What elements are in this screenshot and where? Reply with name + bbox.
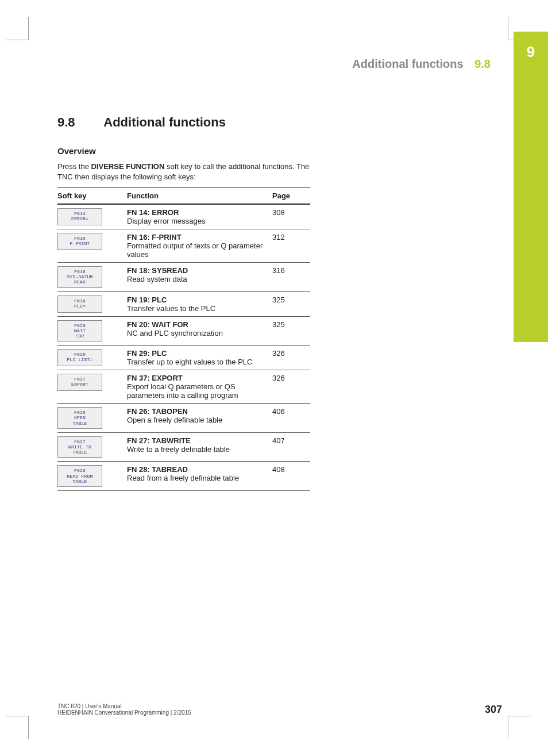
table-row: FN16F-PRINTFN 16: F-PRINTFormatted outpu… (57, 229, 310, 263)
running-head-title: Additional functions (352, 57, 463, 70)
function-cell: FN 26: TABOPENOpen a freely definable ta… (127, 404, 272, 433)
function-cell: FN 19: PLCTransfer values to the PLC (127, 291, 272, 316)
function-title: FN 16: F-PRINT (127, 233, 270, 241)
page-content: 9.8 Additional functions Overview Press … (57, 115, 310, 491)
table-row: FN29PLC LIST=FN 29: PLCTransfer up to ei… (57, 346, 310, 370)
softkey-cell: FN20WAITFOR (57, 316, 127, 346)
table-row: FN20WAITFORFN 20: WAIT FORNC and PLC syn… (57, 316, 310, 346)
page-footer: TNC 620 | User's Manual HEIDENHAIN Conve… (57, 703, 502, 716)
function-title: FN 28: TABREAD (127, 465, 270, 474)
footer-line1: TNC 620 | User's Manual (57, 703, 191, 709)
table-row: FN19PLC=FN 19: PLCTransfer values to the… (57, 291, 310, 316)
softkey-cell: FN29PLC LIST= (57, 346, 127, 370)
table-row: FN28READ FROMTABLEFN 28: TABREADRead fro… (57, 462, 310, 491)
running-head-section: 9.8 (474, 57, 491, 70)
page-cell: 325 (272, 316, 310, 346)
softkey-cell: FN27WRITE TOTABLE (57, 432, 127, 462)
function-title: FN 19: PLC (127, 296, 270, 304)
page-cell: 406 (272, 404, 310, 433)
function-cell: FN 18: SYSREADRead system data (127, 263, 272, 292)
function-desc: NC and PLC synchronization (127, 329, 270, 337)
function-cell: FN 29: PLCTransfer up to eight values to… (127, 346, 272, 370)
page-cell: 408 (272, 462, 310, 491)
footer-line2: HEIDENHAIN Conversational Programming | … (57, 709, 191, 716)
table-row: FN26OPENTABLEFN 26: TABOPENOpen a freely… (57, 404, 310, 433)
chapter-tab-number: 9 (514, 43, 548, 61)
softkey-icon: FN18SYS-DATUMREAD (57, 266, 102, 288)
table-row: FN37EXPORTFN 37: EXPORTExport local Q pa… (57, 370, 310, 404)
function-title: FN 27: TABWRITE (127, 436, 270, 445)
page-cell: 326 (272, 370, 310, 404)
section-title: Additional functions (103, 115, 226, 129)
function-cell: FN 14: ERRORDisplay error messages (127, 204, 272, 229)
softkey-cell: FN19PLC= (57, 291, 127, 316)
running-head: Additional functions 9.8 (352, 57, 491, 71)
table-header-row: Soft key Function Page (57, 188, 310, 205)
function-desc: Transfer up to eight values to the PLC (127, 358, 270, 366)
functions-table: Soft key Function Page FN14ERROR=FN 14: … (57, 187, 310, 491)
softkey-cell: FN37EXPORT (57, 370, 127, 404)
softkey-cell: FN18SYS-DATUMREAD (57, 263, 127, 292)
softkey-icon: FN16F-PRINT (57, 233, 102, 250)
intro-text-pre: Press the (57, 162, 91, 171)
table-row: FN18SYS-DATUMREADFN 18: SYSREADRead syst… (57, 263, 310, 292)
function-title: FN 14: ERROR (127, 208, 270, 217)
softkey-icon: FN26OPENTABLE (57, 407, 102, 429)
function-title: FN 20: WAIT FOR (127, 320, 270, 329)
function-desc: Display error messages (127, 217, 270, 225)
softkey-cell: FN26OPENTABLE (57, 404, 127, 433)
softkey-icon: FN20WAITFOR (57, 320, 102, 342)
softkey-icon: FN37EXPORT (57, 374, 102, 391)
page-cell: 316 (272, 263, 310, 292)
function-desc: Export local Q parameters or QS paramete… (127, 382, 270, 400)
function-desc: Transfer values to the PLC (127, 304, 270, 313)
section-heading: 9.8 Additional functions (57, 115, 310, 130)
table-row: FN27WRITE TOTABLEFN 27: TABWRITEWrite to… (57, 432, 310, 462)
table-row: FN14ERROR=FN 14: ERRORDisplay error mess… (57, 204, 310, 229)
crop-mark (6, 17, 29, 40)
function-title: FN 37: EXPORT (127, 374, 270, 382)
page-cell: 407 (272, 432, 310, 462)
function-desc: Write to a freely definable table (127, 445, 270, 454)
page-cell: 312 (272, 229, 310, 263)
page-cell: 326 (272, 346, 310, 370)
col-header-softkey: Soft key (57, 188, 127, 205)
softkey-icon: FN28READ FROMTABLE (57, 465, 102, 487)
function-cell: FN 27: TABWRITEWrite to a freely definab… (127, 432, 272, 462)
softkey-cell: FN14ERROR= (57, 204, 127, 229)
function-desc: Open a freely definable table (127, 416, 270, 424)
function-title: FN 18: SYSREAD (127, 266, 270, 275)
page-cell: 308 (272, 204, 310, 229)
softkey-icon: FN14ERROR= (57, 208, 102, 225)
softkey-icon: FN27WRITE TOTABLE (57, 436, 102, 458)
crop-mark (508, 716, 531, 739)
chapter-tab: 9 (514, 32, 548, 342)
page-cell: 325 (272, 291, 310, 316)
function-desc: Read from a freely definable table (127, 474, 270, 482)
softkey-icon: FN29PLC LIST= (57, 349, 102, 366)
intro-paragraph: Press the DIVERSE FUNCTION soft key to c… (57, 162, 310, 182)
col-header-page: Page (272, 188, 310, 205)
col-header-function: Function (127, 188, 272, 205)
function-cell: FN 28: TABREADRead from a freely definab… (127, 462, 272, 491)
intro-text-bold: DIVERSE FUNCTION (91, 162, 165, 171)
function-desc: Formatted output of texts or Q parameter… (127, 241, 270, 259)
softkey-cell: FN16F-PRINT (57, 229, 127, 263)
softkey-cell: FN28READ FROMTABLE (57, 462, 127, 491)
function-cell: FN 20: WAIT FORNC and PLC synchronizatio… (127, 316, 272, 346)
crop-mark (6, 716, 29, 739)
function-title: FN 29: PLC (127, 349, 270, 358)
function-cell: FN 16: F-PRINTFormatted output of texts … (127, 229, 272, 263)
footer-text: TNC 620 | User's Manual HEIDENHAIN Conve… (57, 703, 191, 716)
page-number: 307 (485, 704, 502, 716)
function-title: FN 26: TABOPEN (127, 407, 270, 416)
overview-heading: Overview (57, 146, 310, 156)
function-cell: FN 37: EXPORTExport local Q parameters o… (127, 370, 272, 404)
softkey-icon: FN19PLC= (57, 296, 102, 313)
function-desc: Read system data (127, 275, 270, 283)
section-number: 9.8 (57, 115, 101, 130)
